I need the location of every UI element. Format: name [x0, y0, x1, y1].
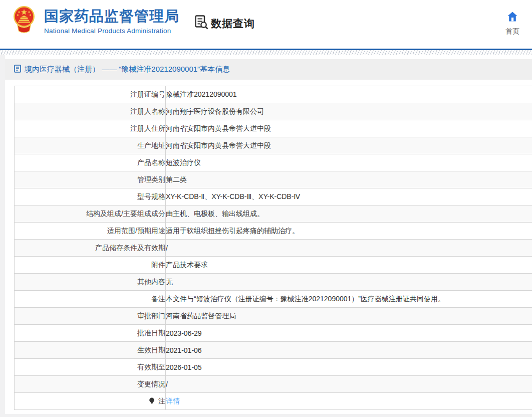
bulb-icon [149, 397, 155, 405]
row-label-cell: 批准日期 [15, 325, 166, 342]
row-value: 2021-01-06 [166, 346, 202, 354]
row-value: 2026-01-05 [166, 363, 202, 371]
row-label: 结构及组成/主要组成成分 [86, 210, 165, 218]
row-label-cell: 适用范围/预期用途 [15, 223, 166, 240]
table-row: 备注 本文件与“短波治疗仪（注册证编号：豫械注准20212090001）”医疗器… [15, 291, 532, 308]
document-search-icon [195, 15, 208, 32]
row-label-cell: 产品储存条件及有效期 [15, 240, 166, 257]
row-value: 河南省药品监督管理局 [166, 312, 236, 320]
table-row: 型号规格 XY-K-CDB-Ⅱ、XY-K-CDB-Ⅲ、XY-K-CDB-Ⅳ [15, 188, 532, 205]
row-label: 适用范围/预期用途 [107, 227, 165, 235]
row-value-cell: 第二类 [166, 171, 532, 188]
table-row: 注 详情 [15, 393, 532, 410]
table-row: 注册证编号 豫械注准20212090001 [15, 86, 532, 103]
brand-title: 国家药品监督管理局 [44, 9, 179, 25]
row-label: 生效日期 [137, 346, 165, 354]
detail-link[interactable]: 详情 [166, 397, 180, 405]
row-label: 注册证编号 [130, 90, 165, 98]
row-value: 适用于软组织扭挫伤引起疼痛的辅助治疗。 [166, 227, 299, 235]
row-label-cell: 注册人名称 [15, 103, 166, 120]
row-value: 豫械注准20212090001 [166, 90, 237, 98]
table-row: 注册人名称 河南翔宇医疗设备股份有限公司 [15, 103, 532, 120]
row-value-cell: 详情 [166, 393, 532, 410]
row-value-cell: 河南省安阳市内黄县帝誉大道中段 [166, 120, 532, 137]
hatch-band [0, 50, 532, 55]
table-row: 其他内容 无 [15, 274, 532, 291]
row-value-cell: 本文件与“短波治疗仪（注册证编号：豫械注准20212090001）”医疗器械注册… [166, 291, 532, 308]
row-label-cell: 管理类别 [15, 171, 166, 188]
national-emblem-logo [13, 6, 36, 36]
row-label: 审批部门 [137, 312, 165, 320]
row-value-cell: 2023-06-29 [166, 325, 532, 342]
row-label: 附件 [151, 261, 165, 269]
row-label-cell: 型号规格 [15, 188, 166, 205]
row-value-cell: 短波治疗仪 [166, 154, 532, 171]
document-icon [14, 65, 21, 75]
row-value-cell: 由主机、电极板、输出线组成。 [166, 205, 532, 223]
row-label-cell: 其他内容 [15, 274, 166, 291]
row-value-cell: 产品技术要求 [166, 257, 532, 274]
row-label-cell: 注 [15, 393, 166, 410]
table-row: 生产地址 河南省安阳市内黄县帝誉大道中段 [15, 137, 532, 154]
row-value: 第二类 [166, 175, 187, 183]
row-label-cell: 审批部门 [15, 308, 166, 325]
row-value: 短波治疗仪 [166, 158, 201, 166]
row-label: 注册人名称 [130, 107, 165, 115]
table-row: 变更情况 / [15, 376, 532, 393]
table-row: 有效期至 2026-01-05 [15, 359, 532, 376]
row-label: 注册人住所 [130, 124, 165, 132]
row-value-cell: 河南省药品监督管理局 [166, 308, 532, 325]
row-value: 河南翔宇医疗设备股份有限公司 [166, 107, 264, 115]
row-label: 注 [158, 397, 165, 405]
table-row: 注册人住所 河南省安阳市内黄县帝誉大道中段 [15, 120, 532, 137]
row-label-cell: 产品名称 [15, 154, 166, 171]
table-row: 附件 产品技术要求 [15, 257, 532, 274]
home-label: 首页 [500, 27, 525, 36]
table-row: 生效日期 2021-01-06 [15, 342, 532, 359]
row-value: 无 [166, 278, 173, 286]
row-label: 产品名称 [137, 158, 165, 166]
site-header: 国家药品监督管理局 National Medical Products Admi… [0, 0, 532, 49]
row-label: 批准日期 [137, 329, 165, 337]
row-label-cell: 备注 [15, 291, 166, 308]
info-table: 注册证编号 豫械注准20212090001 注册人名称 河南翔宇医疗设备股份有限… [14, 86, 532, 410]
row-label: 管理类别 [137, 175, 165, 183]
table-row: 批准日期 2023-06-29 [15, 325, 532, 342]
table-row: 产品储存条件及有效期 / [15, 240, 532, 257]
row-value: 由主机、电极板、输出线组成。 [166, 210, 264, 218]
row-value-cell: 河南翔宇医疗设备股份有限公司 [166, 103, 532, 120]
row-value-cell: XY-K-CDB-Ⅱ、XY-K-CDB-Ⅲ、XY-K-CDB-Ⅳ [166, 188, 532, 205]
row-value: / [166, 244, 168, 252]
row-value-cell: 适用于软组织扭挫伤引起疼痛的辅助治疗。 [166, 223, 532, 240]
row-label-cell: 附件 [15, 257, 166, 274]
row-label: 生产地址 [137, 141, 165, 149]
row-value-cell: / [166, 240, 532, 257]
row-label: 有效期至 [137, 363, 165, 371]
page-title-bar: 境内医疗器械（注册） —— “豫械注准20212090001”基本信息 [5, 59, 532, 80]
row-value-cell: 无 [166, 274, 532, 291]
row-label-cell: 生产地址 [15, 137, 166, 154]
home-link[interactable]: 首页 [500, 12, 525, 36]
brand-subtitle: National Medical Products Administration [44, 27, 179, 35]
row-label-cell: 注册人住所 [15, 120, 166, 137]
row-value: XY-K-CDB-Ⅱ、XY-K-CDB-Ⅲ、XY-K-CDB-Ⅳ [166, 192, 300, 200]
row-value: 产品技术要求 [166, 261, 208, 269]
data-query-label: 数据查询 [211, 17, 255, 31]
row-value: 本文件与“短波治疗仪（注册证编号：豫械注准20212090001）”医疗器械注册… [166, 295, 445, 303]
row-value: 河南省安阳市内黄县帝誉大道中段 [166, 124, 271, 132]
row-label-cell: 生效日期 [15, 342, 166, 359]
row-label: 变更情况 [137, 380, 165, 388]
row-value: 河南省安阳市内黄县帝誉大道中段 [166, 141, 271, 149]
row-label-cell: 注册证编号 [15, 86, 166, 103]
row-value-cell: 河南省安阳市内黄县帝誉大道中段 [166, 137, 532, 154]
table-row: 结构及组成/主要组成成分 由主机、电极板、输出线组成。 [15, 205, 532, 223]
row-value-cell: 2026-01-05 [166, 359, 532, 376]
home-icon [507, 15, 517, 23]
row-label: 其他内容 [137, 278, 165, 286]
row-label-cell: 结构及组成/主要组成成分 [15, 205, 166, 223]
row-label-cell: 有效期至 [15, 359, 166, 376]
data-query-nav[interactable]: 数据查询 [195, 15, 255, 32]
page-title: 境内医疗器械（注册） —— “豫械注准20212090001”基本信息 [25, 65, 230, 74]
row-label: 产品储存条件及有效期 [95, 244, 165, 252]
brand-block: 国家药品监督管理局 National Medical Products Admi… [44, 9, 179, 35]
